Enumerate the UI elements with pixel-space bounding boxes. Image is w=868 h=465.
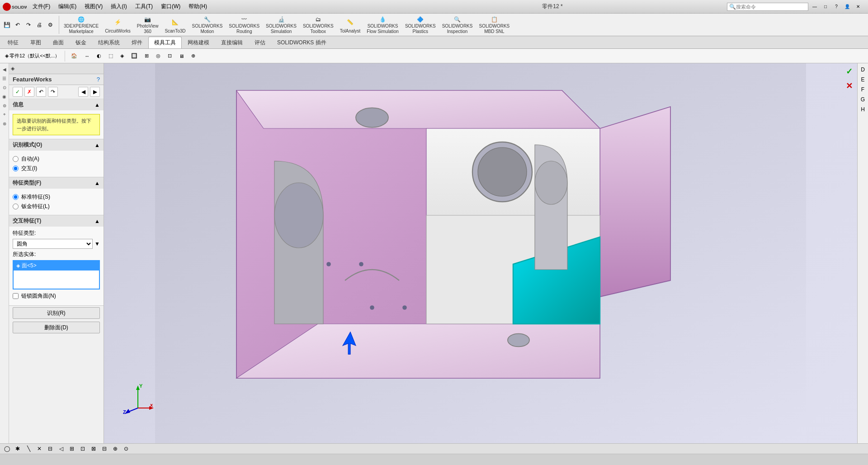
search-input[interactable]	[736, 4, 799, 9]
close-button[interactable]: ✕	[854, 3, 863, 10]
view-btn-2[interactable]: ↔	[81, 51, 93, 62]
viewport-ok-button[interactable]: ✓	[843, 65, 855, 78]
radio-sheetmetal[interactable]: 钣金特征(L)	[13, 203, 100, 210]
left-icon-5[interactable]: ⊚	[0, 101, 9, 109]
menu-window[interactable]: 窗口(W)	[157, 2, 184, 11]
tab-evaluate[interactable]: 评估	[249, 37, 271, 48]
left-icon-7[interactable]: ⊗	[0, 119, 9, 128]
bottom-icon-7[interactable]: ⊞	[67, 444, 77, 454]
panel-redo-button[interactable]: ↷	[48, 87, 58, 97]
menu-insert[interactable]: 插入(I)	[107, 2, 130, 11]
left-icon-2[interactable]: ☰	[0, 74, 9, 82]
cmd-inspection[interactable]: 🔍 SOLIDWORKSInspection	[439, 14, 476, 35]
view-btn-11[interactable]: ⊕	[188, 51, 198, 62]
part-breadcrumb-nav[interactable]: ◈ 零件12（默认<<默...）	[2, 51, 63, 62]
menu-help[interactable]: 帮助(H)	[185, 2, 211, 11]
cmd-tolanalyst[interactable]: 📏 TolAnalyst	[337, 14, 363, 35]
radio-sheetmetal-input[interactable]	[13, 204, 19, 209]
right-tb-btn-1[interactable]: D	[859, 65, 868, 74]
cmd-3dexperience[interactable]: 🌐 3DEXPERIENCEMarketplace	[61, 14, 101, 35]
bottom-icon-6[interactable]: ◁	[56, 444, 66, 454]
face-list[interactable]: ◈ 面<5>	[13, 260, 100, 289]
cmd-flow[interactable]: 💧 SOLIDWORKSFlow Simulation	[364, 14, 401, 35]
viewport[interactable]: Y x Z ✓ ✕	[104, 63, 857, 443]
tab-solidworks-addins[interactable]: SOLIDWORKS 插件	[271, 37, 332, 48]
cmd-routing[interactable]: 〰 SOLIDWORKSRouting	[226, 14, 262, 35]
print-icon[interactable]: 🖨	[34, 20, 44, 30]
undo-icon[interactable]: ↶	[13, 20, 23, 30]
view-btn-9[interactable]: ⊡	[165, 51, 175, 62]
left-icon-3[interactable]: ⊙	[0, 83, 9, 91]
right-tb-btn-4[interactable]: G	[859, 95, 868, 104]
radio-standard-input[interactable]	[13, 194, 19, 200]
cmd-simulation[interactable]: 🔬 SOLIDWORKSSimulation	[263, 14, 299, 35]
tab-mold[interactable]: 模具工具	[148, 37, 182, 48]
tab-features[interactable]: 特征	[2, 37, 24, 48]
chain-fillet-checkbox[interactable]	[13, 293, 19, 299]
feature-type-header[interactable]: 特征类型(F) ▲	[9, 177, 104, 189]
cmd-toolbox[interactable]: 🗂 SOLIDWORKSToolbox	[300, 14, 336, 35]
bottom-icon-8[interactable]: ⊡	[78, 444, 88, 454]
bottom-icon-5[interactable]: ⊟	[45, 444, 55, 454]
bottom-icon-10[interactable]: ⊟	[99, 444, 109, 454]
view-btn-8[interactable]: ◎	[153, 51, 164, 62]
search-box[interactable]: 🔍	[727, 3, 808, 11]
left-icon-6[interactable]: ⌖	[0, 110, 9, 119]
bottom-icon-4[interactable]: ✕	[34, 444, 44, 454]
tab-sketch[interactable]: 草图	[24, 37, 47, 48]
cmd-motion[interactable]: 🔧 SOLIDWORKSMotion	[189, 14, 226, 35]
recognize-button[interactable]: 识别(R)	[13, 307, 100, 319]
menu-tools[interactable]: 工具(T)	[132, 2, 156, 11]
left-icon-1[interactable]: ◀	[0, 65, 9, 73]
bottom-icon-12[interactable]: ⊙	[121, 444, 131, 454]
cmd-mbd[interactable]: 📋 SOLIDWORKSMBD SNL	[476, 14, 512, 35]
view-btn-3[interactable]: ◐	[94, 51, 104, 62]
radio-interactive[interactable]: 交互(I)	[13, 165, 100, 172]
cmd-photoview[interactable]: 📷 PhotoView360	[134, 14, 161, 35]
right-tb-btn-5[interactable]: H	[859, 105, 868, 114]
radio-standard[interactable]: 标准特征(S)	[13, 193, 100, 201]
menu-view[interactable]: 视图(V)	[81, 2, 106, 11]
left-icon-4[interactable]: ◉	[0, 92, 9, 100]
view-btn-5[interactable]: ◈	[117, 51, 127, 62]
radio-interactive-input[interactable]	[13, 166, 19, 171]
save-icon[interactable]: 💾	[2, 20, 12, 30]
info-section-header[interactable]: 信息 ▲	[9, 99, 104, 110]
panel-forward-button[interactable]: ▶	[90, 87, 100, 97]
radio-auto-input[interactable]	[13, 156, 19, 162]
tab-direct[interactable]: 直接编辑	[215, 37, 249, 48]
cmd-circuitworks[interactable]: ⚡ CircuitWorks	[102, 14, 133, 35]
panel-undo-button[interactable]: ↶	[36, 87, 46, 97]
maximize-button[interactable]: □	[821, 3, 830, 10]
tab-surface[interactable]: 曲面	[47, 37, 70, 48]
tab-structural[interactable]: 结构系统	[92, 37, 126, 48]
bottom-icon-2[interactable]: ✱	[13, 444, 23, 454]
view-btn-7[interactable]: ⊞	[142, 51, 152, 62]
bottom-icon-11[interactable]: ⊕	[110, 444, 120, 454]
menu-file[interactable]: 文件(F)	[29, 2, 54, 11]
panel-ok-button[interactable]: ✓	[13, 87, 23, 97]
radio-auto[interactable]: 自动(A)	[13, 155, 100, 163]
delete-faces-button[interactable]: 删除面(D)	[13, 322, 100, 333]
right-tb-btn-3[interactable]: F	[859, 85, 868, 94]
bottom-icon-1[interactable]: ◯	[2, 444, 12, 454]
bottom-icon-3[interactable]: ╲	[24, 444, 33, 454]
bottom-icon-9[interactable]: ⊠	[89, 444, 99, 454]
panel-help-icon[interactable]: ?	[97, 76, 100, 83]
view-btn-4[interactable]: ⬚	[105, 51, 116, 62]
settings-icon[interactable]: ⚙	[45, 20, 55, 30]
panel-back-button[interactable]: ◀	[78, 87, 88, 97]
interactive-features-header[interactable]: 交互特征(T) ▲	[9, 215, 104, 227]
view-btn-6[interactable]: 🔲	[128, 51, 141, 62]
feature-type-dropdown[interactable]: 圆角	[13, 239, 93, 249]
recognition-mode-header[interactable]: 识别模式(O) ▲	[9, 139, 104, 151]
user-icon-btn[interactable]: 👤	[843, 3, 852, 10]
minimize-button[interactable]: —	[810, 3, 819, 10]
viewport-cancel-button[interactable]: ✕	[843, 80, 855, 92]
panel-cancel-button[interactable]: ✗	[24, 87, 34, 97]
menu-edit[interactable]: 编辑(E)	[55, 2, 80, 11]
tab-sheetmetal[interactable]: 钣金	[70, 37, 92, 48]
part-3d-view[interactable]	[104, 63, 857, 443]
chain-fillet-checkbox-row[interactable]: 链锁圆角面(N)	[13, 292, 100, 300]
tab-weldments[interactable]: 焊件	[126, 37, 148, 48]
